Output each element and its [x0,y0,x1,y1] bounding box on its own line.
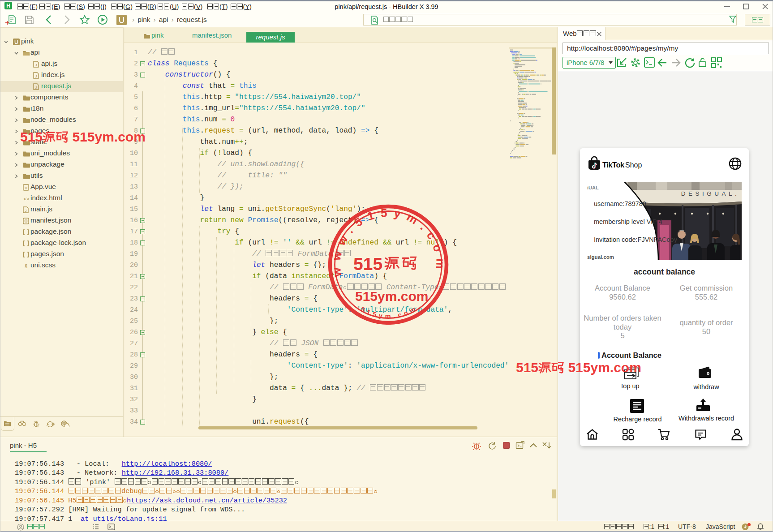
svg-text:J: J [35,86,37,90]
svg-text:J: J [35,63,37,67]
svg-text:515: 515 [353,254,382,274]
svg-text:TikTok: TikTok [602,161,625,169]
svg-text:J: J [25,209,26,213]
svg-text:DESIGUAL.: DESIGUAL. [681,190,740,197]
svg-text:515ym.com: 515ym.com [355,289,428,304]
svg-text:J: J [35,74,37,78]
svg-text:Shop: Shop [625,161,642,169]
svg-text:V: V [25,186,27,190]
svg-text:H: H [6,3,10,9]
svg-text:<>: <> [24,196,30,202]
svg-text:§: § [25,263,27,269]
